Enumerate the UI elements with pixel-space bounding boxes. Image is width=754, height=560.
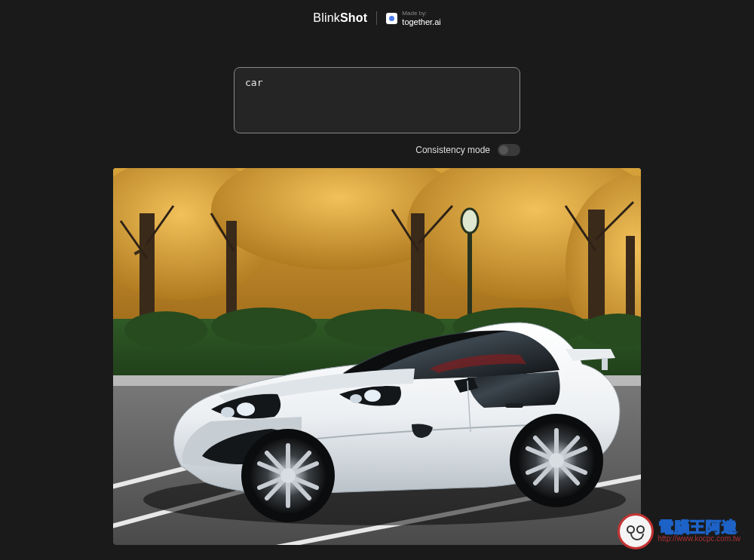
consistency-mode-label: Consistency mode (415, 145, 490, 155)
car-illustration (113, 168, 641, 545)
svg-point-40 (549, 453, 564, 468)
svg-point-48 (280, 468, 296, 483)
svg-point-15 (124, 311, 207, 349)
watermark-url: http://www.kocpc.com.tw (658, 535, 740, 543)
powered-by[interactable]: Made by: together.ai (386, 11, 440, 26)
svg-point-29 (221, 407, 234, 418)
prompt-input[interactable] (234, 67, 520, 133)
svg-rect-32 (505, 403, 523, 408)
svg-point-13 (461, 209, 478, 233)
made-by-label: Made by: (402, 11, 440, 17)
svg-point-30 (364, 390, 381, 402)
header-divider (376, 11, 377, 25)
watermark-title: 電腦王阿達 (658, 519, 740, 535)
svg-point-16 (211, 308, 317, 345)
svg-point-28 (237, 402, 255, 416)
svg-rect-26 (602, 358, 608, 370)
consistency-mode-toggle[interactable] (498, 144, 520, 156)
svg-point-31 (350, 394, 362, 403)
logo-prefix: Blink (313, 11, 340, 24)
app-logo: BlinkShot (313, 11, 367, 25)
app-header: BlinkShot Made by: together.ai (0, 0, 754, 37)
logo-suffix: Shot (340, 11, 367, 24)
together-ai-icon (386, 13, 397, 24)
generated-image (113, 168, 641, 545)
together-ai-name: together.ai (402, 17, 440, 26)
